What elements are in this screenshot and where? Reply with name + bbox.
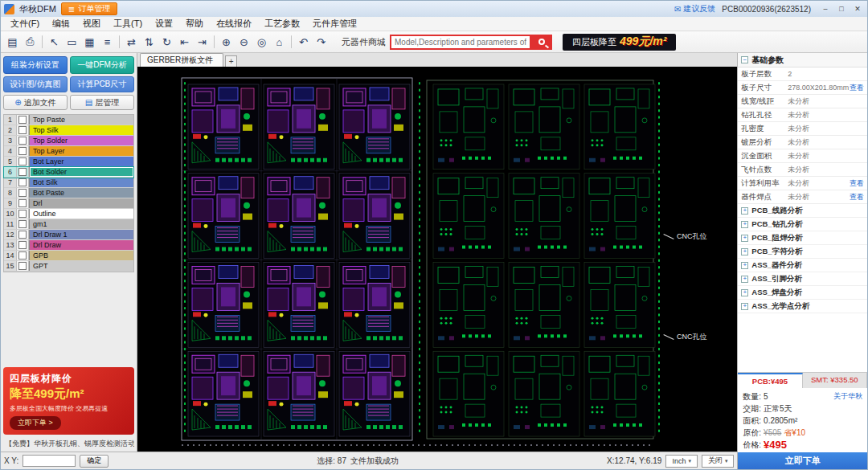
layer-visibility-checkbox[interactable]: [17, 219, 29, 229]
grid-toggle-icon[interactable]: ▦: [81, 34, 98, 51]
expand-plus-icon[interactable]: +: [741, 221, 748, 228]
zoom-in-icon[interactable]: ⊕: [218, 34, 235, 51]
layer-visibility-checkbox[interactable]: [17, 188, 29, 198]
layer-visibility-checkbox[interactable]: [17, 261, 29, 271]
undo-icon[interactable]: ↶: [295, 34, 312, 51]
layer-row[interactable]: 2 Top Silk: [4, 125, 133, 136]
zoom-fit-icon[interactable]: ◎: [253, 34, 270, 51]
analysis-section-header[interactable]: + PCB_钻孔分析: [738, 218, 867, 231]
calc-pcb-size-button[interactable]: 计算PCB尺寸: [70, 76, 134, 92]
gerber-file-tab[interactable]: GERBER拼板文件: [140, 53, 223, 67]
analysis-section-header[interactable]: + ASS_引脚分析: [738, 272, 867, 286]
layer-row[interactable]: 9 Drl: [4, 198, 133, 209]
layer-visibility-checkbox[interactable]: [17, 167, 29, 177]
parts-search-input[interactable]: [390, 35, 531, 50]
layer-color-chip[interactable]: Drl Draw: [29, 240, 133, 250]
basic-params-header[interactable]: − 基础参数: [738, 53, 867, 67]
layer-color-chip[interactable]: Bot Silk: [29, 178, 133, 187]
layer-color-chip[interactable]: GPT: [29, 261, 133, 271]
layer-visibility-checkbox[interactable]: [17, 115, 29, 125]
step-right-icon[interactable]: ⇥: [194, 34, 211, 51]
expand-plus-icon[interactable]: +: [741, 235, 748, 242]
layer-visibility-checkbox[interactable]: [17, 136, 29, 145]
place-order-button[interactable]: 立即下单: [738, 452, 867, 469]
layer-row[interactable]: 12 Drl Draw 1: [4, 230, 133, 240]
layer-visibility-checkbox[interactable]: [17, 157, 29, 166]
rotate-icon[interactable]: ↻: [158, 34, 175, 51]
view-link[interactable]: 查看: [850, 178, 864, 189]
smt-price-tab[interactable]: SMT: ¥335.50: [803, 373, 867, 388]
layer-row[interactable]: 14 GPB: [4, 251, 133, 261]
layer-color-chip[interactable]: Bot Solder: [29, 167, 133, 177]
layer-visibility-checkbox[interactable]: [17, 209, 29, 219]
layer-color-chip[interactable]: GPB: [29, 251, 133, 260]
layer-color-chip[interactable]: Top Silk: [29, 125, 133, 135]
append-file-button[interactable]: ⊕ 追加文件: [3, 95, 68, 110]
layer-row[interactable]: 4 Top Layer: [4, 146, 133, 157]
unit-dropdown[interactable]: Inch: [665, 455, 698, 468]
separator[interactable]: [291, 35, 292, 48]
layer-management-button[interactable]: ▤ 层管理: [70, 95, 134, 110]
add-tab-button[interactable]: +: [225, 55, 237, 67]
layer-row[interactable]: 15 GPT: [4, 261, 133, 272]
collapse-minus-icon[interactable]: −: [741, 56, 748, 63]
menu-item[interactable]: 视图: [76, 17, 107, 31]
one-click-dfm-button[interactable]: 一键DFM分析: [70, 56, 134, 74]
layer-color-chip[interactable]: Top Paste: [29, 115, 133, 125]
analysis-section-header[interactable]: + PCB_字符分析: [738, 245, 867, 259]
view-link[interactable]: 查看: [850, 83, 864, 93]
layer-color-chip[interactable]: gm1: [29, 219, 133, 229]
separator[interactable]: [42, 35, 43, 48]
about-huaqiu-link[interactable]: 关于华秋: [833, 391, 862, 402]
layer-color-chip[interactable]: Bot Paste: [29, 188, 133, 198]
layer-row[interactable]: 1 Top Paste: [4, 115, 133, 125]
search-button[interactable]: [531, 35, 552, 50]
expand-plus-icon[interactable]: +: [741, 289, 748, 296]
separator[interactable]: [119, 35, 120, 48]
expand-plus-icon[interactable]: +: [741, 276, 748, 283]
menu-item[interactable]: 工具(T): [107, 17, 149, 31]
redo-icon[interactable]: ↷: [313, 34, 330, 51]
layer-row[interactable]: 3 Top Solder: [4, 136, 133, 146]
open-file-icon[interactable]: ▤: [4, 34, 21, 51]
select-cursor-icon[interactable]: ↖: [46, 34, 63, 51]
layer-color-chip[interactable]: Top Layer: [29, 146, 133, 156]
step-left-icon[interactable]: ⇤: [176, 34, 193, 51]
menu-item[interactable]: 设置: [149, 17, 179, 31]
analysis-section-header[interactable]: + PCB_阻焊分析: [738, 231, 867, 245]
layers-icon[interactable]: ≡: [99, 34, 116, 51]
pcb-canvas[interactable]: CNC孔位 CNC孔位: [137, 67, 737, 452]
layer-color-chip[interactable]: Drl: [29, 198, 133, 208]
promo-order-button[interactable]: 立即下单 >: [10, 416, 61, 430]
expand-plus-icon[interactable]: +: [741, 248, 748, 255]
assembly-analysis-settings-button[interactable]: 组装分析设置: [3, 56, 68, 74]
layer-visibility-checkbox[interactable]: [17, 146, 29, 156]
minimize-button[interactable]: –: [817, 2, 833, 15]
zoom-out-icon[interactable]: ⊖: [235, 34, 252, 51]
layer-visibility-checkbox[interactable]: [17, 230, 29, 239]
feedback-link[interactable]: ✉ 建议反馈: [674, 3, 715, 14]
promo-card[interactable]: 四层板材降价 降至499元/m² 多层板全面大幅度降价 交易再提速 立即下单 >: [3, 367, 134, 435]
layer-visibility-checkbox[interactable]: [17, 125, 29, 135]
layer-color-chip[interactable]: Top Solder: [29, 136, 133, 145]
separator[interactable]: [214, 35, 215, 48]
maximize-button[interactable]: □: [833, 2, 850, 15]
menu-item[interactable]: 编辑: [46, 17, 76, 31]
menu-item[interactable]: 元件库管理: [306, 17, 363, 31]
layer-row[interactable]: 13 Drl Draw: [4, 240, 133, 251]
promo-banner[interactable]: 四层板降至 499元/m²: [563, 34, 676, 51]
pcb-price-tab[interactable]: PCB:¥495: [738, 373, 802, 388]
expand-plus-icon[interactable]: +: [741, 207, 748, 215]
layer-color-chip[interactable]: Bot Layer: [29, 157, 133, 166]
activity-ticker[interactable]: 【免费】华秋开板孔铜、锡厚度检测活动: [3, 437, 134, 450]
menu-item[interactable]: 在线报价: [210, 17, 258, 31]
home-icon[interactable]: ⌂: [271, 34, 288, 51]
order-management-button[interactable]: ≣ 订单管理: [61, 2, 117, 15]
analysis-section-header[interactable]: + ASS_焊盘分析: [738, 286, 867, 300]
menu-item[interactable]: 帮助: [179, 17, 210, 31]
analysis-section-header[interactable]: + PCB_线路分析: [738, 204, 867, 218]
expand-plus-icon[interactable]: +: [741, 303, 748, 310]
layer-row[interactable]: 10 Outline: [4, 209, 133, 219]
layer-row[interactable]: 11 gm1: [4, 219, 133, 230]
confirm-button[interactable]: 确定: [80, 455, 108, 468]
